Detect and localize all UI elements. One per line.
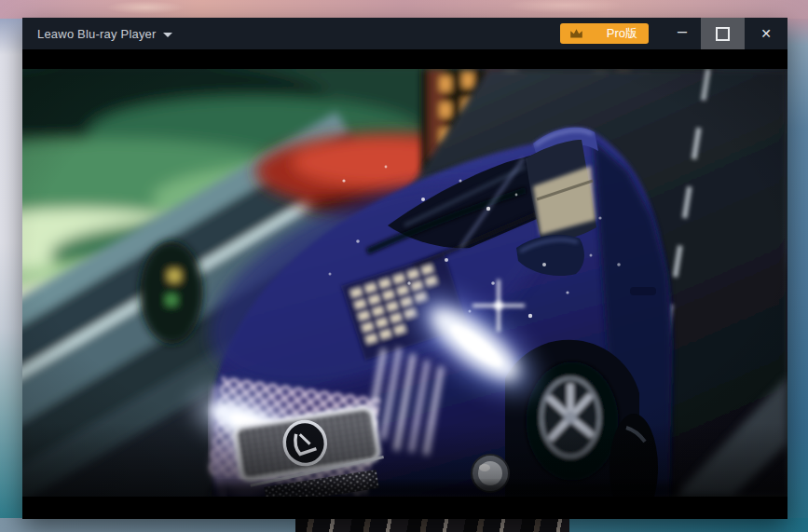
crown-icon — [569, 28, 583, 39]
maximize-icon — [716, 27, 730, 41]
maximize-button[interactable] — [701, 18, 745, 49]
close-icon: ✕ — [760, 26, 772, 41]
video-area[interactable] — [22, 49, 787, 519]
pro-version-button[interactable]: Pro版 — [560, 23, 649, 44]
chevron-down-icon — [163, 33, 172, 37]
titlebar[interactable]: Leawo Blu-ray Player Pro版 – ✕ — [22, 18, 787, 49]
app-menu[interactable]: Leawo Blu-ray Player — [37, 27, 172, 41]
pro-version-label: Pro版 — [607, 25, 637, 42]
player-window: Leawo Blu-ray Player Pro版 – ✕ — [22, 18, 787, 519]
minimize-icon: – — [678, 21, 687, 41]
wallpaper-sunset-clouds — [0, 0, 808, 19]
minimize-button[interactable]: – — [664, 18, 701, 49]
close-button[interactable]: ✕ — [745, 18, 787, 49]
video-frame — [22, 69, 787, 497]
wallpaper-rocks — [295, 518, 569, 532]
app-title: Leawo Blu-ray Player — [37, 27, 157, 41]
